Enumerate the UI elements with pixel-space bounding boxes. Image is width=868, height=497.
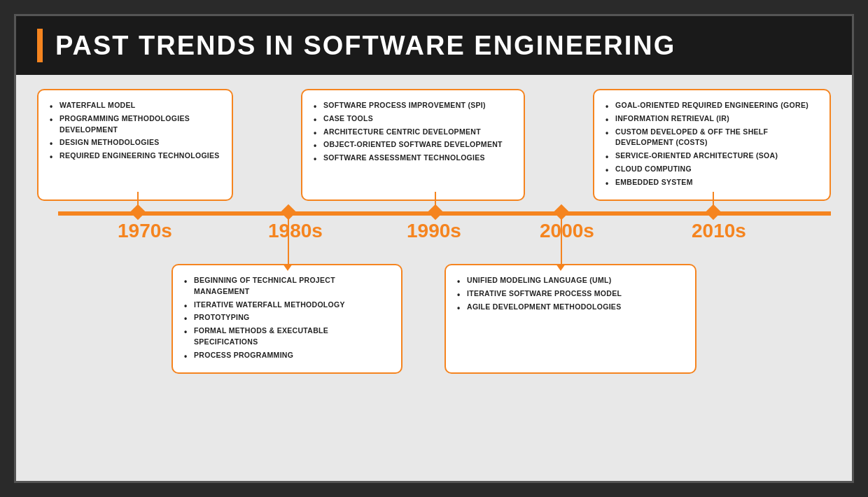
list-item: WATERFALL MODEL — [50, 100, 220, 111]
list-item: BEGINNING OF TECHNICAL PROJECT MANAGEMEN… — [184, 275, 390, 298]
year-1990: 1990s — [407, 220, 461, 242]
list-2000s: UNIFIED MODELING LANGUAGE (UML) ITERATIV… — [457, 275, 684, 312]
year-1970: 1970s — [118, 220, 172, 242]
bottom-row: BEGINNING OF TECHNICAL PROJECT MANAGEMEN… — [16, 264, 852, 374]
list-item: FORMAL METHODS & EXECUTABLE SPECIFICATIO… — [184, 326, 390, 348]
year-1980: 1980s — [268, 220, 323, 242]
list-1980s: BEGINNING OF TECHNICAL PROJECT MANAGEMEN… — [184, 275, 390, 360]
arrow-1980 — [283, 264, 293, 271]
list-item: EMBEDDED SYSTEM — [606, 177, 818, 188]
list-1970s: WATERFALL MODEL PROGRAMMING METHODOLOGIE… — [50, 100, 220, 162]
title-accent — [37, 29, 43, 62]
list-item: INFORMATION RETRIEVAL (IR) — [606, 113, 818, 125]
slide: PAST TRENDS IN SOFTWARE ENGINEERING 1970… — [14, 14, 854, 483]
page-title: PAST TRENDS IN SOFTWARE ENGINEERING — [55, 31, 676, 61]
year-2010: 2010s — [692, 220, 746, 242]
box-1970s: WATERFALL MODEL PROGRAMMING METHODOLOGIE… — [37, 89, 233, 201]
list-item: PROTOTYPING — [184, 312, 390, 323]
box-2010s: GOAL-ORIENTED REQUIRED ENGINEERING (GORE… — [593, 89, 831, 201]
list-item: AGILE DEVELOPMENT METHODOLOGIES — [457, 302, 684, 313]
list-item: ARCHITECTURE CENTRIC DEVELOPMENT — [314, 127, 512, 138]
list-item: PROCESS PROGRAMMING — [184, 350, 390, 361]
list-item: SOFTWARE PROCESS IMPROVEMENT (SPI) — [314, 100, 512, 111]
list-item: OBJECT-ORIENTED SOFTWARE DEVELOPMENT — [314, 139, 512, 150]
list-item: SERVICE-ORIENTED ARCHITECTURE (SOA) — [606, 150, 818, 162]
list-1990s: SOFTWARE PROCESS IMPROVEMENT (SPI) CASE … — [314, 100, 512, 164]
top-row: WATERFALL MODEL PROGRAMMING METHODOLOGIE… — [16, 89, 852, 201]
list-item: DESIGN METHODOLOGIES — [50, 137, 220, 148]
box-1980s: BEGINNING OF TECHNICAL PROJECT MANAGEMEN… — [172, 264, 402, 374]
list-item: PROGRAMMING METHODOLOGIES DEVELOPMENT — [50, 113, 220, 136]
list-item: GOAL-ORIENTED REQUIRED ENGINEERING (GORE… — [606, 100, 818, 111]
diamond-2000 — [554, 204, 570, 220]
arrow-1990 — [430, 211, 440, 218]
list-item: CUSTOM DEVELOPED & OFF THE SHELF DEVELOP… — [606, 127, 818, 149]
list-item: REQUIRED ENGINEERING TECHNOLOGIES — [50, 150, 220, 162]
list-item: SOFTWARE ASSESSMENT TECHNOLOGIES — [314, 153, 512, 164]
list-item: CASE TOOLS — [314, 113, 512, 125]
box-2000s: UNIFIED MODELING LANGUAGE (UML) ITERATIV… — [444, 264, 696, 374]
list-item: CLOUD COMPUTING — [606, 164, 818, 175]
title-bar: PAST TRENDS IN SOFTWARE ENGINEERING — [16, 16, 852, 75]
list-item: ITERATIVE SOFTWARE PROCESS MODEL — [457, 288, 684, 300]
arrow-1970 — [132, 211, 142, 218]
year-2000: 2000s — [540, 220, 594, 242]
arrow-2010 — [708, 211, 718, 218]
box-1990s: SOFTWARE PROCESS IMPROVEMENT (SPI) CASE … — [301, 89, 525, 201]
list-item: UNIFIED MODELING LANGUAGE (UML) — [457, 275, 684, 286]
list-2010s: GOAL-ORIENTED REQUIRED ENGINEERING (GORE… — [606, 100, 818, 188]
diamond-1980 — [281, 204, 297, 220]
arrow-2000 — [556, 264, 566, 271]
list-item: ITERATIVE WATERFALL METHODOLOGY — [184, 300, 390, 311]
content-area: 1970s 1980s 1990s 2000s 2010s WATERFALL … — [16, 75, 852, 484]
